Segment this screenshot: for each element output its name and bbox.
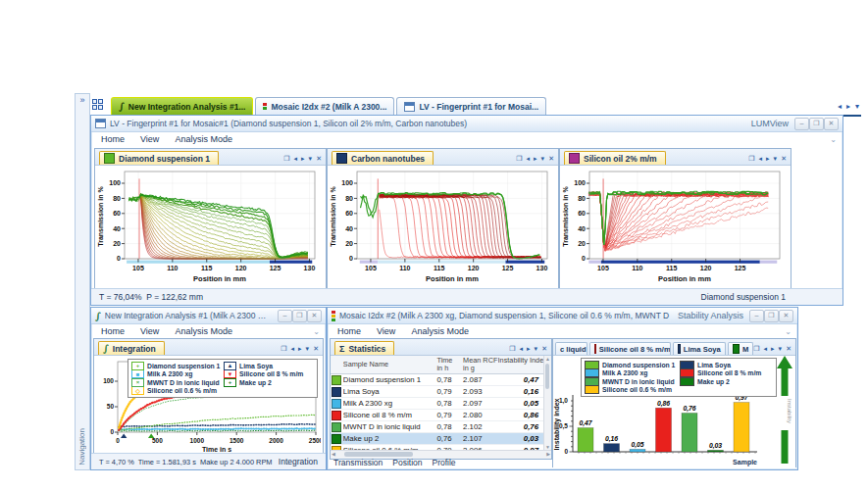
next-panel-button[interactable]: ▸ bbox=[301, 155, 305, 163]
float-panel-button[interactable]: ❐ bbox=[516, 155, 522, 163]
menu-view[interactable]: View bbox=[140, 326, 159, 336]
sample-tab-m[interactable]: M bbox=[728, 342, 754, 355]
maximize-button[interactable]: ❐ bbox=[809, 118, 824, 130]
table-row-make-up-2[interactable]: Make up 20,762.1070,03 bbox=[331, 433, 544, 445]
float-panel-button[interactable]: ❐ bbox=[509, 345, 515, 353]
mosaic-window-titlebar: Mosaic I2dx #2 (Milk A 2300 xg, Diamond … bbox=[328, 308, 797, 324]
close-panel-button[interactable]: ✕ bbox=[786, 345, 791, 353]
maximize-button[interactable]: ❐ bbox=[764, 310, 779, 322]
expand-navigation-button[interactable]: » bbox=[76, 94, 89, 106]
float-panel-button[interactable]: ❐ bbox=[283, 155, 289, 163]
menu-home[interactable]: Home bbox=[101, 134, 125, 144]
sample-color-cell bbox=[331, 398, 343, 409]
menu-view[interactable]: View bbox=[377, 326, 395, 336]
pin-panel-button[interactable]: ▾ bbox=[309, 155, 313, 163]
panel-tab-silicon-oil-2-m-m[interactable]: Silicon oil 2% m/m bbox=[564, 151, 666, 165]
close-panel-button[interactable]: ✕ bbox=[541, 345, 547, 353]
menu-view[interactable]: View bbox=[140, 134, 159, 144]
fingerprint-chart-carbon-nanotubes[interactable]: 020406080100105110115120125130Transmissi… bbox=[328, 166, 554, 288]
sample-color-cell bbox=[331, 374, 343, 385]
svg-text:120: 120 bbox=[468, 265, 480, 271]
svg-text:60: 60 bbox=[113, 210, 121, 217]
fingerprint-chart-silicon-oil-2-m-m[interactable]: 020406080100105110115120125Transmission … bbox=[560, 166, 787, 288]
sample-tab-silicone-oil-8-m-m[interactable]: Silicone oil 8 % m/m bbox=[589, 342, 672, 355]
prev-panel-button[interactable]: ◂ bbox=[294, 155, 298, 163]
prev-panel-button[interactable]: ◂ bbox=[520, 345, 524, 353]
close-panel-button[interactable]: ✕ bbox=[548, 155, 554, 163]
minimize-button[interactable]: – bbox=[278, 310, 292, 322]
prev-panel-button[interactable]: ◂ bbox=[291, 345, 295, 353]
panel-tab-diamond-suspension-1[interactable]: Diamond suspension 1 bbox=[99, 151, 219, 165]
window-layout-icon[interactable] bbox=[92, 99, 105, 112]
prev-panel-button[interactable]: ◂ bbox=[527, 155, 531, 163]
next-panel-button[interactable]: ▸ bbox=[534, 155, 537, 163]
menu-analysis-mode[interactable]: Analysis Mode bbox=[175, 326, 232, 336]
table-row-lima-soya[interactable]: Lima Soya0,792.0930,16 bbox=[331, 386, 544, 398]
legend-label: Diamond suspension 1 bbox=[602, 362, 675, 368]
table-row-milk-a-2300-xg[interactable]: Milk A 2300 xg0,782.0970,05 bbox=[331, 398, 544, 410]
cell-sample-name: Silicone oil 8 % m/m bbox=[343, 410, 437, 420]
tab-scroll-left-icon[interactable]: ◂ bbox=[838, 102, 842, 111]
menu-analysis-mode[interactable]: Analysis Mode bbox=[411, 326, 469, 336]
next-panel-button[interactable]: ▸ bbox=[298, 345, 302, 353]
table-row-mwnt-d-in-ionic-liquid[interactable]: MWNT D in ionic liquid0,782.1020,76 bbox=[331, 421, 544, 433]
sample-tab-label: M bbox=[742, 345, 748, 354]
table-row-diamond-suspension-1[interactable]: Diamond suspension 10,782.0870,47 bbox=[331, 374, 544, 386]
pin-panel-button[interactable]: ▾ bbox=[779, 345, 783, 353]
float-panel-button[interactable]: ❐ bbox=[753, 345, 759, 353]
close-button[interactable]: ✕ bbox=[779, 310, 793, 322]
prev-panel-button[interactable]: ◂ bbox=[759, 155, 763, 163]
menu-home[interactable]: Home bbox=[101, 326, 125, 336]
legend-item-make-up-2: +Make up 2 bbox=[224, 378, 314, 387]
menu-analysis-mode[interactable]: Analysis Mode bbox=[175, 134, 232, 144]
legend-item-diamond-suspension-1: +Diamond suspension 1 bbox=[131, 362, 222, 370]
next-panel-button[interactable]: ▸ bbox=[771, 345, 775, 353]
float-panel-button[interactable]: ❐ bbox=[281, 345, 286, 353]
pin-panel-button[interactable]: ▾ bbox=[541, 155, 545, 163]
menu-home[interactable]: Home bbox=[337, 326, 361, 336]
table-row-silicone-oil-8-m-m[interactable]: Silicone oil 8 % m/m0,792.0800,86 bbox=[331, 410, 544, 421]
menu-collapse-chevron[interactable]: ⌄ bbox=[313, 327, 320, 336]
minimize-button[interactable]: – bbox=[749, 310, 764, 322]
pin-panel-button[interactable]: ▾ bbox=[306, 345, 310, 353]
svg-text:125: 125 bbox=[270, 265, 281, 271]
sample-tab-lima-soya[interactable]: Lima Soya bbox=[673, 342, 726, 355]
close-panel-button[interactable]: ✕ bbox=[313, 345, 319, 353]
menu-collapse-chevron[interactable]: ⌄ bbox=[830, 135, 837, 144]
pin-panel-button[interactable]: ▾ bbox=[535, 345, 538, 353]
sample-tab-c-liquid[interactable]: c liquid bbox=[555, 342, 587, 355]
next-panel-button[interactable]: ▸ bbox=[766, 155, 770, 163]
document-tab-mosaic-i2dx-2-mi[interactable]: Mosaic I2dx #2 (Milk A 2300... bbox=[255, 97, 394, 115]
minimize-button[interactable]: – bbox=[794, 118, 809, 130]
tab-statistics[interactable]: Σ Statistics bbox=[334, 341, 394, 355]
close-button[interactable]: ✕ bbox=[307, 310, 322, 322]
tab-scroll-right-icon[interactable]: ▸ bbox=[846, 102, 850, 111]
view-tab-transmission[interactable]: Transmission bbox=[333, 458, 383, 467]
document-tab-lv-fingerprint[interactable]: LV - Fingerprint #1 for Mosai... bbox=[396, 97, 546, 115]
close-panel-button[interactable]: ✕ bbox=[781, 155, 787, 163]
panel-tab-carbon-nanotubes[interactable]: Carbon nanotubes bbox=[332, 151, 434, 165]
svg-text:60: 60 bbox=[345, 210, 353, 217]
navigation-rail-label: Navigation bbox=[77, 428, 86, 466]
svg-text:0: 0 bbox=[116, 437, 120, 444]
maximize-button[interactable]: ❐ bbox=[292, 310, 307, 322]
mosaic-icon bbox=[263, 103, 267, 110]
statistics-vertical-scrollbar[interactable]: ▲▼ bbox=[543, 356, 551, 450]
next-panel-button[interactable]: ▸ bbox=[527, 345, 531, 353]
navigation-rail[interactable]: » Navigation bbox=[75, 93, 90, 470]
close-panel-button[interactable]: ✕ bbox=[316, 155, 322, 163]
fingerprint-chart-diamond-suspension-1[interactable]: 020406080100105110115120125130Transmissi… bbox=[95, 166, 322, 288]
pin-panel-button[interactable]: ▾ bbox=[774, 155, 778, 163]
sample-tab-label: Silicone oil 8 % m/m bbox=[599, 345, 671, 354]
close-button[interactable]: ✕ bbox=[824, 118, 839, 130]
tab-list-icon[interactable]: ▾ bbox=[855, 102, 859, 111]
tab-integration[interactable]: ∫ Integration bbox=[98, 341, 165, 355]
cell-time: 0,79 bbox=[436, 410, 463, 420]
view-tab-profile[interactable]: Profile bbox=[432, 458, 455, 467]
menu-collapse-chevron[interactable]: ⌄ bbox=[785, 327, 791, 336]
cell-instability-index: 0,03 bbox=[498, 433, 544, 444]
prev-panel-button[interactable]: ◂ bbox=[764, 345, 768, 353]
document-tab-new-integration-an[interactable]: ∫New Integration Analysis #1... bbox=[111, 97, 253, 115]
view-tab-position[interactable]: Position bbox=[392, 458, 422, 467]
float-panel-button[interactable]: ❐ bbox=[748, 155, 754, 163]
